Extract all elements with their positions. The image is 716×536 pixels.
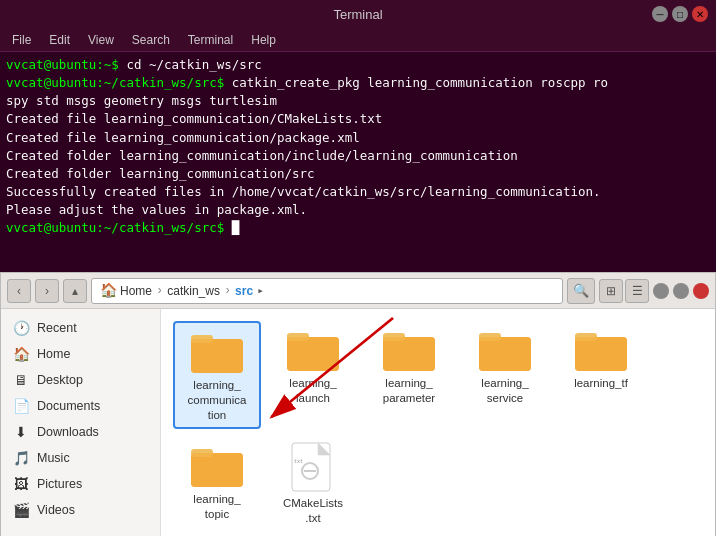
sidebar-item-pictures[interactable]: 🖼 Pictures bbox=[1, 471, 160, 497]
terminal-window: Terminal ─ □ ✕ File Edit View Search Ter… bbox=[0, 0, 716, 536]
sidebar-label-pictures: Pictures bbox=[37, 477, 82, 491]
file-name-learning-communication: learning_communication bbox=[188, 378, 247, 423]
file-name-learning-service: learning_service bbox=[481, 376, 528, 406]
breadcrumb-catkin[interactable]: catkin_ws bbox=[165, 284, 222, 298]
nav-up-button[interactable]: ▴ bbox=[63, 279, 87, 303]
sidebar-label-home: Home bbox=[37, 347, 70, 361]
fm-grid: learning_communication learning_launch bbox=[161, 309, 715, 536]
file-item-learning-parameter[interactable]: learning_parameter bbox=[365, 321, 453, 429]
terminal-title: Terminal bbox=[333, 7, 382, 22]
file-icon-cmakelists: txt bbox=[290, 441, 336, 493]
menu-view[interactable]: View bbox=[80, 31, 122, 49]
svg-rect-8 bbox=[383, 337, 435, 371]
minimize-button[interactable]: ─ bbox=[652, 6, 668, 22]
home-breadcrumb-icon: 🏠 bbox=[100, 282, 116, 299]
fm-close-button[interactable] bbox=[693, 283, 709, 299]
terminal-titlebar: Terminal ─ □ ✕ bbox=[0, 0, 716, 28]
fm-window-controls bbox=[653, 283, 709, 299]
nav-back-button[interactable]: ‹ bbox=[7, 279, 31, 303]
search-button[interactable]: 🔍 bbox=[567, 278, 595, 304]
svg-rect-17 bbox=[191, 453, 243, 487]
home-icon: 🏠 bbox=[13, 346, 29, 362]
sidebar-item-videos[interactable]: 🎬 Videos bbox=[1, 497, 160, 523]
downloads-icon: ⬇ bbox=[13, 424, 29, 440]
fm-maximize-button[interactable] bbox=[673, 283, 689, 299]
terminal-controls: ─ □ ✕ bbox=[652, 6, 708, 22]
sidebar-item-downloads[interactable]: ⬇ Downloads bbox=[1, 419, 160, 445]
list-view-button[interactable]: ☰ bbox=[625, 279, 649, 303]
file-name-cmakelists: CMakeLists.txt bbox=[283, 496, 343, 526]
recent-icon: 🕐 bbox=[13, 320, 29, 336]
file-item-learning-tf[interactable]: learning_tf bbox=[557, 321, 645, 429]
grid-view-button[interactable]: ⊞ bbox=[599, 279, 623, 303]
svg-rect-2 bbox=[191, 339, 243, 373]
close-button[interactable]: ✕ bbox=[692, 6, 708, 22]
menu-search[interactable]: Search bbox=[124, 31, 178, 49]
view-buttons: ⊞ ☰ bbox=[599, 279, 649, 303]
menu-bar: File Edit View Search Terminal Help bbox=[0, 28, 716, 52]
menu-file[interactable]: File bbox=[4, 31, 39, 49]
sidebar-label-documents: Documents bbox=[37, 399, 100, 413]
sidebar-label-downloads: Downloads bbox=[37, 425, 99, 439]
breadcrumb-home[interactable]: Home bbox=[118, 284, 154, 298]
folder-icon-launch bbox=[285, 325, 341, 373]
documents-icon: 📄 bbox=[13, 398, 29, 414]
fm-topbar: ‹ › ▴ 🏠 Home › catkin_ws › src ▸ 🔍 ⊞ ☰ bbox=[1, 273, 715, 309]
fm-minimize-button[interactable] bbox=[653, 283, 669, 299]
file-name-learning-topic: learning_topic bbox=[193, 492, 240, 522]
sidebar-item-home[interactable]: 🏠 Home bbox=[1, 341, 160, 367]
terminal-content: vvcat@ubuntu:~$ cd ~/catkin_ws/src vvcat… bbox=[0, 52, 716, 272]
terminal-output: vvcat@ubuntu:~$ cd ~/catkin_ws/src vvcat… bbox=[6, 56, 710, 237]
desktop-icon: 🖥 bbox=[13, 372, 29, 388]
breadcrumb-src[interactable]: src bbox=[233, 284, 255, 298]
sidebar-label-videos: Videos bbox=[37, 503, 75, 517]
breadcrumb-sep-2: › bbox=[224, 284, 231, 298]
svg-rect-14 bbox=[575, 337, 627, 371]
breadcrumb-sep-1: › bbox=[156, 284, 163, 298]
file-name-learning-tf: learning_tf bbox=[574, 376, 628, 391]
sidebar-item-recent[interactable]: 🕐 Recent bbox=[1, 315, 160, 341]
pictures-icon: 🖼 bbox=[13, 476, 29, 492]
file-item-learning-topic[interactable]: learning_topic bbox=[173, 437, 261, 530]
sidebar-label-music: Music bbox=[37, 451, 70, 465]
breadcrumb-arrow: ▸ bbox=[257, 284, 264, 297]
menu-edit[interactable]: Edit bbox=[41, 31, 78, 49]
svg-text:txt: txt bbox=[294, 459, 303, 465]
fm-sidebar: 🕐 Recent 🏠 Home 🖥 Desktop 📄 Documents ⬇ bbox=[1, 309, 161, 536]
sidebar-item-desktop[interactable]: 🖥 Desktop bbox=[1, 367, 160, 393]
sidebar-item-documents[interactable]: 📄 Documents bbox=[1, 393, 160, 419]
maximize-button[interactable]: □ bbox=[672, 6, 688, 22]
file-name-learning-parameter: learning_parameter bbox=[383, 376, 435, 406]
sidebar-label-desktop: Desktop bbox=[37, 373, 83, 387]
folder-icon-tf bbox=[573, 325, 629, 373]
folder-icon-topic bbox=[189, 441, 245, 489]
file-item-learning-communication[interactable]: learning_communication bbox=[173, 321, 261, 429]
svg-rect-11 bbox=[479, 337, 531, 371]
nav-forward-button[interactable]: › bbox=[35, 279, 59, 303]
breadcrumb: 🏠 Home › catkin_ws › src ▸ bbox=[91, 278, 563, 304]
menu-help[interactable]: Help bbox=[243, 31, 284, 49]
folder-icon-communication bbox=[189, 327, 245, 375]
sidebar-item-music[interactable]: 🎵 Music bbox=[1, 445, 160, 471]
file-item-learning-service[interactable]: learning_service bbox=[461, 321, 549, 429]
videos-icon: 🎬 bbox=[13, 502, 29, 518]
fm-body: 🕐 Recent 🏠 Home 🖥 Desktop 📄 Documents ⬇ bbox=[1, 309, 715, 536]
folder-icon-parameter bbox=[381, 325, 437, 373]
file-name-learning-launch: learning_launch bbox=[289, 376, 336, 406]
file-manager: ‹ › ▴ 🏠 Home › catkin_ws › src ▸ 🔍 ⊞ ☰ bbox=[0, 272, 716, 536]
menu-terminal[interactable]: Terminal bbox=[180, 31, 241, 49]
sidebar-label-recent: Recent bbox=[37, 321, 77, 335]
file-item-cmakelists[interactable]: txt CMakeLists.txt bbox=[269, 437, 357, 530]
svg-rect-5 bbox=[287, 337, 339, 371]
music-icon: 🎵 bbox=[13, 450, 29, 466]
folder-icon-service bbox=[477, 325, 533, 373]
file-item-learning-launch[interactable]: learning_launch bbox=[269, 321, 357, 429]
